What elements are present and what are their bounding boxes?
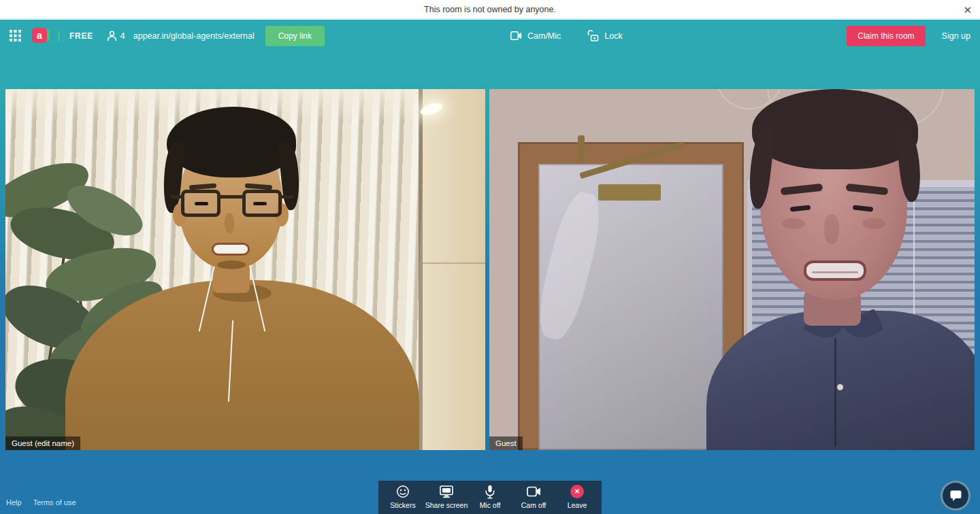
smile — [804, 260, 866, 281]
monitor-icon — [439, 485, 454, 498]
footer-links: Help Terms of use — [6, 498, 76, 507]
participant-count-button[interactable]: 4 — [107, 31, 125, 41]
header-center-group: Cam/Mic Lock — [510, 20, 623, 52]
frosted-glass-panel — [538, 164, 723, 450]
participant-video-left[interactable]: Guest (edit name) — [5, 89, 485, 450]
smiley-icon — [396, 485, 410, 498]
room-header: a FREE 4 appear.in/global-agents/externa… — [0, 20, 980, 52]
sweater — [65, 280, 419, 450]
terms-link[interactable]: Terms of use — [33, 498, 76, 507]
camera-icon — [527, 485, 541, 498]
participant-count: 4 — [120, 31, 125, 41]
leave-x-icon: ✕ — [570, 485, 584, 498]
stickers-button[interactable]: Stickers — [381, 485, 425, 509]
copy-link-button[interactable]: Copy link — [265, 26, 325, 46]
hair — [752, 89, 918, 169]
lock-open-icon — [587, 30, 599, 41]
stickers-label: Stickers — [390, 501, 415, 509]
hair — [167, 107, 296, 177]
sign-up-link[interactable]: Sign up — [942, 31, 970, 41]
door-closer-box — [598, 184, 661, 201]
cam-mic-label: Cam/Mic — [527, 31, 561, 41]
chat-button[interactable] — [941, 481, 970, 511]
logo-accent-bar — [58, 31, 60, 41]
lock-button[interactable]: Lock — [587, 30, 622, 41]
cam-off-label: Cam off — [521, 501, 546, 509]
apps-grid-icon[interactable] — [10, 30, 21, 41]
door-closer — [578, 135, 585, 162]
mic-off-label: Mic off — [480, 501, 501, 509]
leave-button[interactable]: ✕ Leave — [555, 485, 599, 509]
camera-icon — [510, 31, 522, 40]
help-link[interactable]: Help — [6, 498, 22, 507]
notification-text: This room is not owned by anyone. — [424, 5, 556, 14]
participant-name-edit[interactable]: Guest (edit name) — [5, 436, 80, 450]
share-screen-button[interactable]: Share screen — [425, 485, 468, 509]
microphone-icon — [485, 485, 495, 498]
logo-pink-bubble: a — [32, 28, 47, 43]
person-figure-left — [5, 89, 485, 450]
cam-off-button[interactable]: Cam off — [512, 485, 555, 509]
chat-bubble-icon — [949, 490, 962, 502]
smile — [212, 243, 250, 256]
leave-label: Leave — [568, 501, 587, 509]
claim-room-button[interactable]: Claim this room — [847, 26, 925, 46]
lock-label: Lock — [604, 31, 622, 41]
room-url: appear.in/global-agents/external — [133, 31, 255, 41]
appear-in-logo[interactable]: a — [32, 28, 52, 44]
share-screen-label: Share screen — [425, 501, 468, 509]
cam-mic-button[interactable]: Cam/Mic — [510, 31, 561, 41]
participant-name: Guest — [489, 436, 523, 450]
video-grid: Guest (edit name) — [5, 89, 975, 450]
video-call-room: This room is not owned by anyone. ✕ a FR… — [0, 0, 980, 514]
person-icon — [107, 31, 117, 41]
participant-video-right[interactable]: Guest — [489, 89, 975, 450]
close-icon[interactable]: ✕ — [963, 4, 972, 14]
plan-badge: FREE — [69, 31, 93, 41]
notification-bar: This room is not owned by anyone. ✕ — [0, 0, 980, 20]
call-toolbar: Stickers Share screen — [378, 481, 602, 514]
header-left-group: a FREE 4 appear.in/global-agents/externa… — [10, 26, 325, 46]
header-right-group: Claim this room Sign up — [847, 26, 970, 46]
mic-off-button[interactable]: Mic off — [468, 485, 512, 509]
